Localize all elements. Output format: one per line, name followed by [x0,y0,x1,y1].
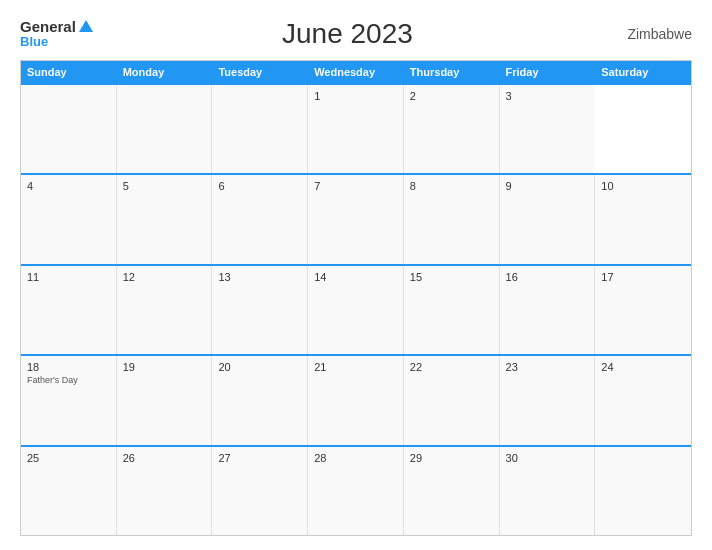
week-1: 1 2 3 [21,83,691,173]
day-number: 8 [410,180,493,192]
day-number: 22 [410,361,493,373]
cell-jun-30: 30 [500,447,596,535]
day-number: 26 [123,452,206,464]
col-sunday: Sunday [21,61,117,83]
cell-jun-24: 24 [595,356,691,444]
cell-jun-8: 8 [404,175,500,263]
day-number: 15 [410,271,493,283]
cell-jun-22: 22 [404,356,500,444]
cell-jun-9: 9 [500,175,596,263]
cell-empty-3 [212,85,308,173]
day-number: 3 [506,90,590,102]
day-number: 6 [218,180,301,192]
logo-general-text: General [20,19,93,36]
day-number: 1 [314,90,397,102]
day-number: 20 [218,361,301,373]
day-number: 13 [218,271,301,283]
cell-jun-15: 15 [404,266,500,354]
day-number: 11 [27,271,110,283]
day-number: 28 [314,452,397,464]
day-number: 12 [123,271,206,283]
col-saturday: Saturday [595,61,691,83]
week-5: 25 26 27 28 29 30 [21,445,691,535]
logo-triangle-icon [79,20,93,32]
day-number: 7 [314,180,397,192]
cell-jun-16: 16 [500,266,596,354]
cell-jun-7: 7 [308,175,404,263]
day-number: 9 [506,180,589,192]
day-number: 24 [601,361,685,373]
cell-jun-13: 13 [212,266,308,354]
cell-jun-2: 2 [404,85,500,173]
cell-empty-end [595,447,691,535]
country-label: Zimbabwe [602,26,692,42]
cell-jun-3: 3 [500,85,596,173]
cell-jun-17: 17 [595,266,691,354]
day-number: 19 [123,361,206,373]
cell-jun-29: 29 [404,447,500,535]
cell-jun-10: 10 [595,175,691,263]
cell-jun-25: 25 [21,447,117,535]
header: General Blue June 2023 Zimbabwe [20,18,692,50]
col-tuesday: Tuesday [212,61,308,83]
logo-general-label: General [20,19,76,36]
week-2: 4 5 6 7 8 9 10 [21,173,691,263]
cell-jun-4: 4 [21,175,117,263]
cell-jun-12: 12 [117,266,213,354]
day-number: 17 [601,271,685,283]
day-number: 21 [314,361,397,373]
day-number: 5 [123,180,206,192]
cell-jun-28: 28 [308,447,404,535]
day-number: 10 [601,180,685,192]
calendar-page: General Blue June 2023 Zimbabwe Sunday M… [0,0,712,550]
day-number: 30 [506,452,589,464]
cell-jun-1: 1 [308,85,404,173]
cell-jun-21: 21 [308,356,404,444]
cell-jun-11: 11 [21,266,117,354]
day-number: 14 [314,271,397,283]
cell-jun-18: 18 Father's Day [21,356,117,444]
cell-jun-27: 27 [212,447,308,535]
cell-jun-26: 26 [117,447,213,535]
logo-blue-label: Blue [20,35,93,49]
calendar-body: 1 2 3 4 5 6 [21,83,691,535]
calendar-title: June 2023 [93,18,602,50]
logo: General Blue [20,19,93,50]
cell-jun-20: 20 [212,356,308,444]
week-3: 11 12 13 14 15 16 17 [21,264,691,354]
cell-jun-5: 5 [117,175,213,263]
day-number: 25 [27,452,110,464]
cell-empty-1 [21,85,117,173]
col-monday: Monday [117,61,213,83]
day-number: 18 [27,361,110,373]
week-4: 18 Father's Day 19 20 21 22 23 [21,354,691,444]
cell-jun-23: 23 [500,356,596,444]
holiday-fathers-day: Father's Day [27,375,110,385]
col-friday: Friday [500,61,596,83]
day-number: 4 [27,180,110,192]
cell-jun-6: 6 [212,175,308,263]
day-number: 27 [218,452,301,464]
day-number: 16 [506,271,589,283]
cell-jun-14: 14 [308,266,404,354]
calendar-header-row: Sunday Monday Tuesday Wednesday Thursday… [21,61,691,83]
calendar-grid: Sunday Monday Tuesday Wednesday Thursday… [20,60,692,536]
day-number: 23 [506,361,589,373]
col-wednesday: Wednesday [308,61,404,83]
cell-empty-2 [117,85,213,173]
cell-jun-19: 19 [117,356,213,444]
col-thursday: Thursday [404,61,500,83]
day-number: 29 [410,452,493,464]
day-number: 2 [410,90,493,102]
